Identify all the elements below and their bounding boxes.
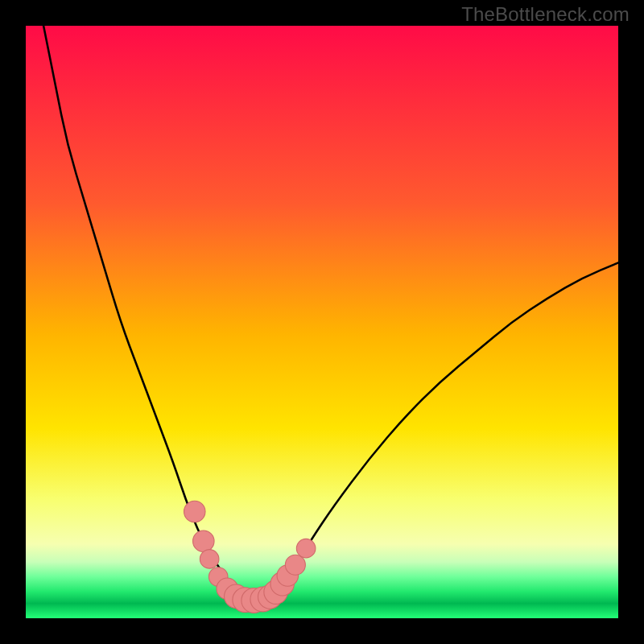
curve-marker: [200, 550, 219, 569]
curve-marker: [285, 555, 305, 575]
outer-frame: TheBottleneck.com: [0, 0, 644, 644]
curve-marker: [184, 501, 205, 522]
gradient-backdrop: [26, 26, 618, 618]
curve-marker: [193, 530, 214, 551]
bottleneck-chart: [26, 26, 618, 618]
curve-marker: [296, 539, 316, 558]
watermark-text: TheBottleneck.com: [461, 3, 630, 26]
